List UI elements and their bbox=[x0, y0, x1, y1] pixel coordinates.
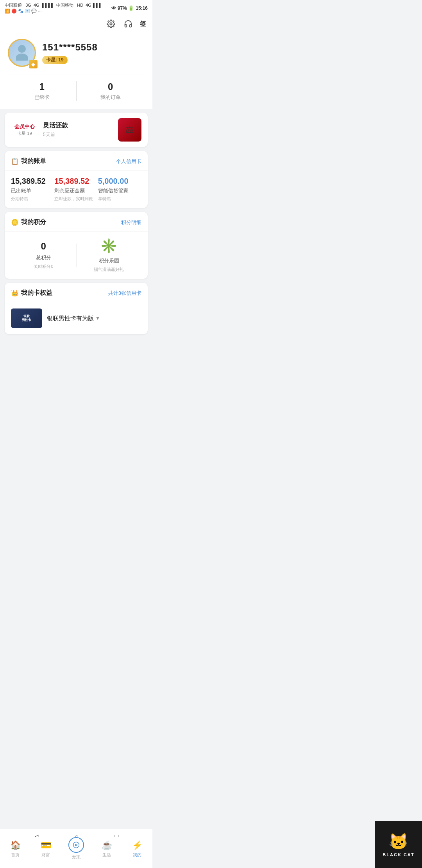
bill-amount-3: 5,000.00 bbox=[98, 177, 129, 186]
member-image: ⚖ bbox=[118, 118, 141, 142]
bill-amount-2: 15,389.52 bbox=[54, 177, 89, 186]
card-image: 银联男性卡 bbox=[11, 308, 42, 328]
points-park-icon: ✳️ bbox=[100, 238, 118, 254]
phone-number: 151****5558 bbox=[42, 42, 145, 53]
bill-sub-2: 立即还款，实时到账 bbox=[54, 196, 93, 202]
total-points-label: 总积分 bbox=[36, 254, 51, 261]
total-points-sublabel: 奖励积分0 bbox=[34, 264, 53, 269]
member-level-text: 卡星 19 bbox=[17, 131, 32, 136]
status-bar: 中国联通 3G 4G ▐▐▐▐ 中国移动 HD 4G▐▐▐ 📶 🔴 🐾 📧 💬 … bbox=[0, 0, 152, 15]
bound-cards-stat[interactable]: 1 已绑卡 bbox=[8, 81, 76, 101]
bill-item-billed[interactable]: 15,389.52 已出账单 分期特惠 bbox=[11, 177, 54, 202]
member-notice[interactable]: 会员中心 卡星 19 灵活还款 5天前 ⚖ bbox=[5, 113, 148, 147]
stats-row: 1 已绑卡 0 我的订单 bbox=[8, 75, 145, 101]
benefits-icon: 👑 bbox=[11, 289, 19, 297]
bound-cards-label: 已绑卡 bbox=[34, 94, 50, 101]
bill-amount-1: 15,389.52 bbox=[11, 177, 46, 186]
bound-cards-number: 1 bbox=[39, 81, 45, 92]
bill-title: 📋 我的账单 bbox=[11, 157, 46, 165]
points-header: 🪙 我的积分 积分明细 bbox=[11, 218, 141, 226]
time: 15:16 bbox=[136, 5, 148, 11]
member-time: 5天前 bbox=[43, 131, 113, 138]
profile-info: 151****5558 卡星: 19 bbox=[42, 42, 145, 64]
avatar-person bbox=[16, 45, 28, 61]
bill-item-remaining[interactable]: 15,389.52 剩余应还金额 立即还款，实时到账 bbox=[54, 177, 98, 202]
benefits-divider bbox=[5, 302, 148, 302]
orders-label: 我的订单 bbox=[100, 94, 121, 101]
points-park-sub: 福气满满赢好礼 bbox=[94, 267, 124, 273]
member-left: 会员中心 卡星 19 bbox=[11, 123, 38, 136]
bill-sub-3: 享特惠 bbox=[98, 196, 111, 202]
bill-label-2: 剩余应还金额 bbox=[54, 187, 85, 194]
bill-divider bbox=[5, 170, 148, 170]
total-points-item[interactable]: 0 总积分 奖励积分0 bbox=[11, 241, 76, 269]
points-park-label: 积分乐园 bbox=[99, 257, 119, 264]
card-name[interactable]: 银联男性卡有为版 ▼ bbox=[47, 315, 100, 322]
bill-sub-1: 分期特惠 bbox=[11, 196, 28, 202]
member-title: 灵活还款 bbox=[43, 122, 113, 130]
battery: 97% 🔋 bbox=[118, 5, 134, 11]
benefits-header: 👑 我的卡权益 共计3张信用卡 bbox=[11, 289, 141, 297]
profile-section: ◆ 151****5558 卡星: 19 1 已绑卡 0 我的订单 bbox=[0, 32, 152, 109]
points-section: 🪙 我的积分 积分明细 0 总积分 奖励积分0 ✳️ 积分乐园 福气满满赢好礼 bbox=[5, 212, 148, 279]
svg-point-0 bbox=[110, 23, 112, 25]
member-logo: 会员中心 bbox=[14, 123, 35, 130]
settings-button[interactable] bbox=[106, 18, 116, 29]
orders-number: 0 bbox=[108, 81, 113, 92]
benefits-section: 👑 我的卡权益 共计3张信用卡 银联男性卡 银联男性卡有为版 ▼ bbox=[5, 283, 148, 334]
bill-label-1: 已出账单 bbox=[11, 187, 31, 194]
avatar-badge: ◆ bbox=[29, 60, 38, 68]
avatar-head bbox=[18, 45, 26, 53]
top-nav: 签 bbox=[0, 15, 152, 32]
service-button[interactable] bbox=[123, 18, 134, 29]
points-park-item[interactable]: ✳️ 积分乐园 福气满满赢好礼 bbox=[77, 238, 142, 273]
benefits-title: 👑 我的卡权益 bbox=[11, 289, 52, 297]
diamond-icon: ◆ bbox=[31, 61, 35, 67]
bill-icon: 📋 bbox=[11, 158, 19, 165]
points-divider bbox=[5, 231, 148, 231]
bill-amounts: 15,389.52 已出账单 分期特惠 15,389.52 剩余应还金额 立即还… bbox=[11, 177, 141, 202]
benefits-link[interactable]: 共计3张信用卡 bbox=[108, 290, 141, 297]
carrier1: 中国联通 3G 4G ▐▐▐▐ 中国移动 HD 4G▐▐▐ bbox=[5, 2, 100, 8]
eye-icon: 👁 bbox=[111, 5, 116, 11]
orders-stat[interactable]: 0 我的订单 bbox=[76, 81, 145, 101]
member-content: 灵活还款 5天前 bbox=[43, 122, 113, 138]
carrier-info: 中国联通 3G 4G ▐▐▐▐ 中国移动 HD 4G▐▐▐ 📶 🔴 🐾 📧 💬 … bbox=[5, 2, 100, 14]
points-link[interactable]: 积分明细 bbox=[121, 219, 141, 226]
profile-top: ◆ 151****5558 卡星: 19 bbox=[8, 39, 145, 67]
dropdown-icon: ▼ bbox=[95, 316, 100, 321]
avatar-body bbox=[16, 54, 28, 61]
total-points-number: 0 bbox=[41, 241, 46, 252]
bill-label-3: 智能借贷管家 bbox=[98, 187, 129, 194]
status-right: 👁 97% 🔋 15:16 bbox=[111, 5, 148, 11]
points-icon: 🪙 bbox=[11, 219, 19, 226]
card-row: 银联男性卡 银联男性卡有为版 ▼ bbox=[11, 308, 141, 328]
bill-header: 📋 我的账单 个人信用卡 bbox=[11, 157, 141, 165]
bill-link[interactable]: 个人信用卡 bbox=[116, 158, 141, 165]
bill-item-loan[interactable]: 5,000.00 智能借贷管家 享特惠 bbox=[98, 177, 141, 202]
bill-section: 📋 我的账单 个人信用卡 15,389.52 已出账单 分期特惠 15,389.… bbox=[5, 151, 148, 208]
avatar[interactable]: ◆ bbox=[8, 39, 36, 67]
signal-icons: 📶 🔴 🐾 📧 💬 ··· bbox=[5, 9, 100, 14]
level-badge: 卡星: 19 bbox=[42, 56, 68, 64]
points-row: 0 总积分 奖励积分0 ✳️ 积分乐园 福气满满赢好礼 bbox=[11, 238, 141, 273]
sign-button[interactable]: 签 bbox=[140, 20, 146, 28]
points-title: 🪙 我的积分 bbox=[11, 218, 46, 226]
